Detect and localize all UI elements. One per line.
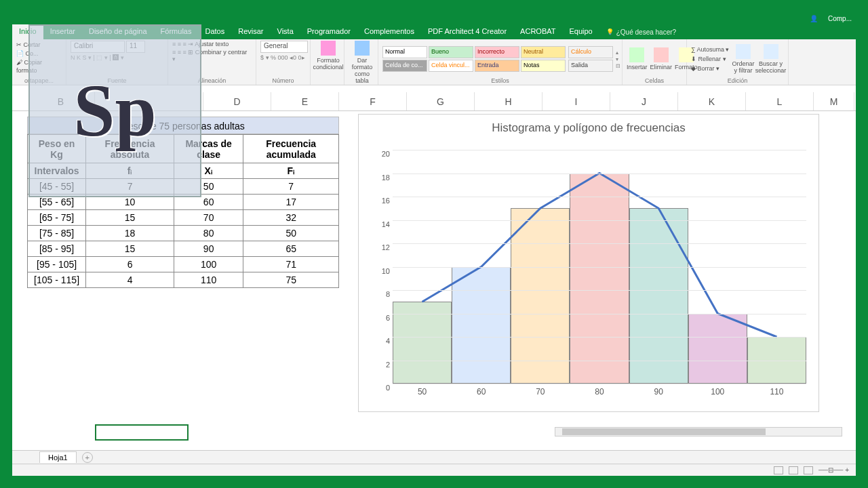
table-row[interactable]: [85 - 95]159065 <box>28 241 339 257</box>
autosum-button[interactable]: ∑ Autosuma ▾ <box>691 45 729 54</box>
tab-datos[interactable]: Datos <box>198 24 231 39</box>
view-normal-icon[interactable] <box>774 466 783 474</box>
tab-programador[interactable]: Programador <box>300 24 357 39</box>
style-cell[interactable]: Celda vincul... <box>429 60 473 72</box>
view-break-icon[interactable] <box>804 466 813 474</box>
chart-object[interactable]: Histograma y polígono de frecuencias 024… <box>358 114 819 412</box>
plot-area <box>393 150 806 384</box>
sheet-tab-hoja1[interactable]: Hoja1 <box>39 451 77 463</box>
style-cell[interactable]: Celda de co... <box>382 60 427 72</box>
delete-cells-button[interactable]: Eliminar <box>650 47 673 70</box>
column-header[interactable]: G <box>407 92 475 110</box>
clear-button[interactable]: ◆ Borrar ▾ <box>691 64 729 73</box>
style-cell[interactable]: Salida <box>568 60 613 72</box>
column-header[interactable]: L <box>746 92 814 110</box>
sort-filter-button[interactable]: Ordenar y filtrar <box>732 44 754 74</box>
style-cell[interactable]: Entrada <box>475 60 519 72</box>
tab-equipo[interactable]: Equipo <box>562 24 599 39</box>
column-header[interactable]: J <box>610 92 678 110</box>
table-row[interactable]: [95 - 105]610071 <box>28 257 339 272</box>
status-bar: ──⊟── + <box>12 464 856 476</box>
style-cell[interactable]: Bueno <box>429 46 473 58</box>
tab-acrobat[interactable]: ACROBAT <box>513 24 562 39</box>
view-layout-icon[interactable] <box>789 466 798 474</box>
format-table-button[interactable]: Dar formato como tabla <box>349 41 376 84</box>
style-cell[interactable]: Notas <box>521 60 566 72</box>
column-header[interactable]: H <box>475 92 542 110</box>
style-cell[interactable]: Incorrecto <box>475 46 519 58</box>
find-select-button[interactable]: Buscar y seleccionar <box>757 44 785 74</box>
cell-styles-gallery[interactable]: NormalBuenoIncorrectoNeutralCelda de co.… <box>382 46 566 72</box>
style-cell[interactable]: Normal <box>382 46 427 58</box>
watermark-logo: Sp <box>28 24 201 197</box>
share-button[interactable]: 👤 Comp... <box>810 15 852 22</box>
column-header[interactable]: I <box>542 92 610 110</box>
tab-revisar[interactable]: Revisar <box>231 24 270 39</box>
tab-pdf-architect-4-creator[interactable]: PDF Architect 4 Creator <box>421 24 513 39</box>
style-cell[interactable]: Cálculo <box>568 46 613 58</box>
tell-me-input[interactable]: ¿Qué desea hacer? <box>606 24 676 39</box>
title-bar: 👤 Comp... <box>12 12 856 24</box>
style-cell[interactable]: Neutral <box>521 46 566 58</box>
table-row[interactable]: [75 - 85]188050 <box>28 226 339 241</box>
column-header[interactable]: M <box>814 92 854 110</box>
column-header[interactable]: E <box>271 92 339 110</box>
column-header[interactable]: F <box>339 92 407 110</box>
column-header[interactable]: D <box>203 92 271 110</box>
horizontal-scrollbar[interactable] <box>555 427 842 436</box>
tab-complementos[interactable]: Complementos <box>357 24 421 39</box>
add-sheet-button[interactable]: + <box>82 452 93 463</box>
y-axis: 02468101214161820 <box>372 150 391 384</box>
conditional-format-button[interactable]: Formato condicional <box>315 41 342 70</box>
tab-vista[interactable]: Vista <box>271 24 300 39</box>
sheet-tabs: Hoja1 + <box>12 450 856 464</box>
chart-title: Histograma y polígono de frecuencias <box>359 115 818 142</box>
table-row[interactable]: [105 - 115]411075 <box>28 272 339 288</box>
column-header[interactable]: K <box>678 92 746 110</box>
fill-button[interactable]: ⬇ Rellenar ▾ <box>691 55 729 64</box>
insert-cells-button[interactable]: Insertar <box>627 47 648 70</box>
number-format[interactable]: General <box>260 41 308 53</box>
x-axis: 5060708090100110 <box>393 387 806 401</box>
table-row[interactable]: [65 - 75]157032 <box>28 210 339 226</box>
active-cell[interactable] <box>95 424 189 441</box>
